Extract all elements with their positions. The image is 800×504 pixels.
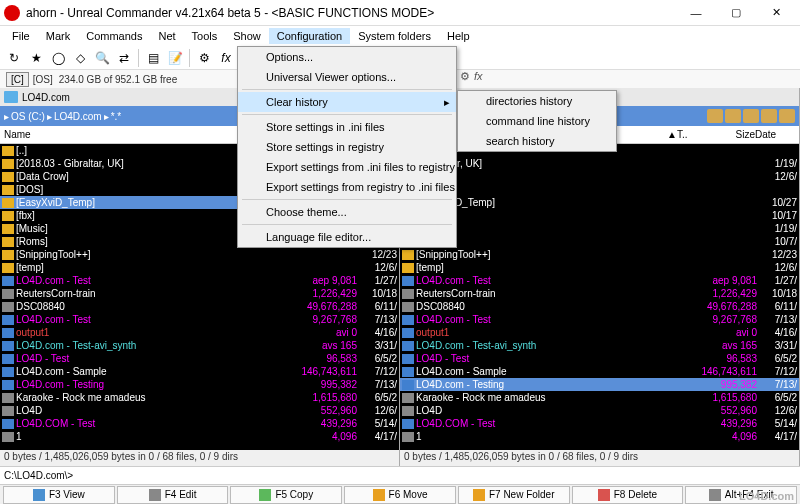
file-row[interactable]: LO4D.com - Test-avi_synthavs 1653/31/ [400, 339, 799, 352]
col-date[interactable]: Date [755, 129, 795, 140]
fx-label[interactable]: fx [216, 48, 236, 68]
file-row[interactable]: [SnippingTool++]12/23 [0, 248, 399, 261]
menu-item-choose-theme-[interactable]: Choose theme... [238, 202, 456, 222]
col-size[interactable]: Size [695, 129, 755, 140]
menu-item-universal-viewer-options-[interactable]: Universal Viewer options... [238, 67, 456, 87]
close-button[interactable]: ✕ [756, 0, 796, 26]
fn-f7-button[interactable]: F7 New Folder [458, 486, 570, 504]
maximize-button[interactable]: ▢ [716, 0, 756, 26]
file-icon [402, 432, 414, 442]
file-row[interactable]: LO4D - Test96,5836/5/2 [0, 352, 399, 365]
circle-icon[interactable]: ◯ [48, 48, 68, 68]
file-size: 12/23 [319, 249, 397, 260]
file-row[interactable]: LO4D.com - Sample146,743,6117/12/ [400, 365, 799, 378]
history-back-icon[interactable] [707, 109, 723, 123]
submenu-item-search-history[interactable]: search history [458, 131, 616, 151]
menu-item-store-settings-in-registry[interactable]: Store settings in registry [238, 137, 456, 157]
menu-item-clear-history[interactable]: Clear history [238, 92, 456, 112]
menu-commands[interactable]: Commands [78, 28, 150, 44]
file-row[interactable]: LO4D.com - Test9,267,7687/13/ [400, 313, 799, 326]
file-row[interactable] [400, 183, 799, 196]
fn-label: F6 Move [389, 489, 428, 500]
search-icon[interactable]: 🔍 [92, 48, 112, 68]
refresh-icon[interactable]: ↻ [4, 48, 24, 68]
file-row[interactable]: LO4D - Test96,5836/5/2 [400, 352, 799, 365]
menu-system-folders[interactable]: System folders [350, 28, 439, 44]
file-row[interactable]: [temp]12/6/ [400, 261, 799, 274]
submenu-item-directories-history[interactable]: directories history [458, 91, 616, 111]
file-row[interactable]: LO4D.com - Testaep 9,0811/27/ [0, 274, 399, 287]
file-row[interactable]: row]12/6/ [400, 170, 799, 183]
file-row[interactable]: DSC0884049,676,2886/11/ [0, 300, 399, 313]
menu-item-store-settings-in-ini-files[interactable]: Store settings in .ini files [238, 117, 456, 137]
file-row[interactable]: [temp]12/6/ [0, 261, 399, 274]
sync-icon[interactable]: ⇄ [114, 48, 134, 68]
fn-f3-button[interactable]: F3 View [3, 486, 115, 504]
file-row[interactable]: [SnippingTool++]12/23 [400, 248, 799, 261]
favorite-icon[interactable] [743, 109, 759, 123]
menu-show[interactable]: Show [225, 28, 269, 44]
fn-f6-button[interactable]: F6 Move [344, 486, 456, 504]
menu-configuration[interactable]: Configuration [269, 28, 350, 44]
menu-mark[interactable]: Mark [38, 28, 78, 44]
menu-item-export-settings-from-ini-files-to-registry[interactable]: Export settings from .ini files to regis… [238, 157, 456, 177]
menu-item-options-[interactable]: Options... [238, 47, 456, 67]
menu-tools[interactable]: Tools [184, 28, 226, 44]
root-icon[interactable] [779, 109, 795, 123]
drive-button[interactable]: [C] [6, 72, 29, 87]
menu-net[interactable]: Net [150, 28, 183, 44]
file-date: 1/19/ [775, 223, 797, 234]
file-row[interactable]: LO4D552,96012/6/ [0, 404, 399, 417]
file-row[interactable]: LO4D.com - Testaep 9,0811/27/ [400, 274, 799, 287]
gear-icon[interactable]: ⚙ [460, 70, 470, 83]
file-row[interactable]: Karaoke - Rock me amadeus1,615,6806/5/2 [0, 391, 399, 404]
file-row[interactable]: LO4D.COM - Test439,2965/14/ [0, 417, 399, 430]
terminal-icon[interactable]: ▤ [143, 48, 163, 68]
menu-item-language-file-editor-[interactable]: Language file editor... [238, 227, 456, 247]
configuration-menu[interactable]: Options...Universal Viewer options...Cle… [237, 46, 457, 248]
gear-icon[interactable]: ⚙ [194, 48, 214, 68]
file-row[interactable]: DSC0884049,676,2886/11/ [400, 300, 799, 313]
file-row[interactable]: 14,0964/17/ [0, 430, 399, 443]
notepad-icon[interactable]: 📝 [165, 48, 185, 68]
file-row[interactable]: ReutersCorn-train1,226,42910/18 [400, 287, 799, 300]
file-row[interactable]: ReutersCorn-train1,226,42910/18 [0, 287, 399, 300]
file-row[interactable]: LO4D.COM - Test439,2965/14/ [400, 417, 799, 430]
bc-drive[interactable]: OS (C:) [9, 111, 47, 122]
fn-f8-button[interactable]: F8 Delete [572, 486, 684, 504]
col-name[interactable]: Name [4, 129, 267, 140]
file-row[interactable]: LO4D552,96012/6/ [400, 404, 799, 417]
clear-history-submenu[interactable]: directories historycommand line historys… [457, 90, 617, 152]
file-row[interactable]: output1avi 04/16/ [0, 326, 399, 339]
file-row[interactable]: 14,0964/17/ [400, 430, 799, 443]
history-fwd-icon[interactable] [725, 109, 741, 123]
command-prompt: C:\LO4D.com\> [4, 470, 73, 481]
minimize-button[interactable]: — [676, 0, 716, 26]
menu-help[interactable]: Help [439, 28, 478, 44]
file-row[interactable]: LO4D.com - Testing995,3827/13/ [0, 378, 399, 391]
file-row[interactable]: [Roms]10/7/ [400, 235, 799, 248]
file-row[interactable]: LO4D.com - Sample146,743,6117/12/ [0, 365, 399, 378]
file-row[interactable]: LO4D.com - Testing995,3827/13/ [400, 378, 799, 391]
file-row[interactable]: LO4D.com - Test-avi_synthavs 1653/31/ [0, 339, 399, 352]
file-row[interactable]: LO4D.com - Test9,267,7687/13/ [0, 313, 399, 326]
command-line[interactable]: C:\LO4D.com\> [0, 466, 800, 484]
file-row[interactable]: output1avi 04/16/ [400, 326, 799, 339]
file-row[interactable]: [fbx]10/17 [400, 209, 799, 222]
up-icon[interactable] [761, 109, 777, 123]
bc-folder[interactable]: LO4D.com [52, 111, 104, 122]
fn-f5-button[interactable]: F5 Copy [230, 486, 342, 504]
file-row[interactable]: - Gibraltar, UK]1/19/ [400, 157, 799, 170]
file-list-right[interactable]: - Gibraltar, UK]1/19/row]12/6/[EasyXviD_… [400, 144, 799, 450]
menu-item-export-settings-from-registry-to-ini-files[interactable]: Export settings from registry to .ini fi… [238, 177, 456, 197]
fn-f4-button[interactable]: F4 Edit [117, 486, 229, 504]
col-type[interactable]: T.. [677, 129, 695, 140]
fx-label[interactable]: fx [474, 70, 483, 82]
submenu-item-command-line-history[interactable]: command line history [458, 111, 616, 131]
file-row[interactable]: [Music]1/19/ [400, 222, 799, 235]
menu-file[interactable]: File [4, 28, 38, 44]
file-row[interactable]: Karaoke - Rock me amadeus1,615,6806/5/2 [400, 391, 799, 404]
star-icon[interactable]: ★ [26, 48, 46, 68]
file-row[interactable]: [EasyXviD_Temp]10/27 [400, 196, 799, 209]
diamond-icon[interactable]: ◇ [70, 48, 90, 68]
